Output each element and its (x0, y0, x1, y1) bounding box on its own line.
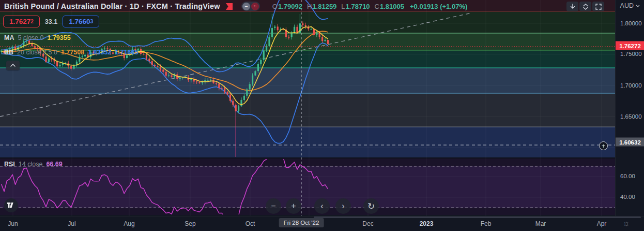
time-axis[interactable]: JunJulAugSepOctDec2023FebMarApr Fri 28 O… (0, 216, 644, 231)
open-label: O (272, 3, 278, 10)
download-button[interactable] (566, 2, 578, 11)
low-label: L (341, 3, 345, 10)
bb-name: BB (4, 49, 13, 56)
expand-vertical-icon (582, 4, 589, 10)
close-value: 1.81005 (380, 3, 404, 10)
change-value: +0.01913 (+1.07%) (410, 3, 467, 10)
quote-panel: 1.76272 33.1 1.76603 (3, 16, 99, 27)
price-zone (0, 93, 615, 127)
legend-quick-actions: − ≈ (241, 2, 260, 11)
zoom-in-button[interactable]: + (286, 198, 301, 214)
tradingview-logo-icon (7, 203, 15, 208)
current-price-badge: 1.76272 (616, 41, 644, 50)
ma-indicator-legend[interactable]: MA 5 close 0 1.79355 (4, 34, 71, 41)
currency-label: AUD (620, 2, 634, 9)
time-axis-label: Jun (8, 220, 18, 227)
scroll-right-button[interactable]: › (335, 198, 351, 214)
hide-legend-button[interactable]: − (242, 3, 250, 10)
buy-price-button[interactable]: 1.76603 (63, 16, 99, 27)
price-zone (0, 68, 615, 93)
bb-upper-value: 1.83352 (88, 49, 111, 56)
minus-icon: − (271, 201, 275, 211)
price-axis-label: 40.00 (620, 194, 635, 200)
high-value: 1.81259 (312, 3, 336, 10)
buy-price-sup: 3 (90, 19, 94, 24)
session-settings-icon[interactable]: ☼ (623, 219, 630, 227)
currency-selector[interactable]: AUD (620, 2, 640, 9)
time-axis-label: Sep (185, 220, 195, 227)
price-axis-label: 1.80000 (620, 20, 642, 26)
time-axis-label: Apr (597, 220, 607, 227)
low-value: 1.78710 (346, 3, 370, 10)
broker-logo-icon (225, 3, 233, 10)
chevron-right-icon: › (342, 201, 344, 211)
chart-canvas[interactable] (0, 0, 615, 216)
zoom-out-button[interactable]: − (266, 198, 281, 214)
time-axis-label: Oct (246, 220, 255, 227)
chart-header: British Pound / Australian Dollar · 1D ·… (4, 1, 467, 11)
rsi-band (0, 166, 615, 208)
crosshair-date-badge: Fri 28 Oct '22 (279, 218, 324, 227)
tradingview-chart-window: British Pound / Australian Dollar · 1D ·… (0, 0, 644, 231)
rsi-indicator-legend[interactable]: RSI 14 close 66.69 (4, 161, 63, 168)
time-axis-label: Feb (481, 220, 492, 227)
tradingview-logo[interactable] (4, 198, 18, 212)
ohlc-readout: O1.79092 H1.81259 L1.78710 C1.81005 +0.0… (272, 3, 467, 10)
price-axis-label: 1.70000 (620, 82, 642, 89)
ma-value: 1.79355 (47, 34, 70, 41)
price-zone (0, 127, 615, 157)
spread-value: 33.1 (45, 18, 57, 25)
close-label: C (375, 3, 379, 10)
collapse-panel-button[interactable] (6, 61, 20, 70)
arrow-down-icon (570, 4, 576, 10)
open-value: 1.79092 (278, 3, 302, 10)
symbol-title[interactable]: British Pound / Australian Dollar · 1D ·… (4, 2, 220, 10)
bb-params: 20 close 2.5 0 (17, 49, 57, 56)
high-label: H (307, 3, 312, 10)
approx-mode-button[interactable]: ≈ (251, 3, 259, 10)
reset-chart-button[interactable]: ↻ (363, 198, 379, 214)
chevron-left-icon: ‹ (320, 201, 323, 211)
price-axis[interactable]: AUD 1.800001.750001.700001.6500060.0040.… (615, 0, 644, 216)
time-axis-label: Aug (124, 220, 134, 227)
plus-icon: + (291, 201, 296, 211)
reset-icon: ↻ (367, 201, 375, 212)
time-axis-label: Mar (535, 220, 546, 227)
sell-price: 1.7627 (9, 18, 30, 25)
chevron-down-icon (636, 5, 640, 7)
price-axis-label: 1.75000 (620, 51, 642, 57)
bb-indicator-legend[interactable]: BB 20 close 2.5 0 1.77508 1.83352 1.7166… (4, 49, 138, 56)
bb-basis-value: 1.77508 (61, 49, 84, 56)
sell-price-button[interactable]: 1.76272 (3, 16, 40, 27)
fullscreen-icon (595, 4, 602, 10)
bb-lower-value: 1.71665 (115, 49, 138, 56)
alert-level-badge: 1.60632 (616, 138, 644, 147)
rsi-value: 66.69 (46, 161, 62, 168)
sell-price-sup: 2 (30, 19, 34, 24)
chevron-up-icon (10, 64, 16, 67)
time-axis-label: Jul (68, 220, 75, 227)
time-axis-label: Dec (362, 220, 373, 227)
fullscreen-button[interactable] (592, 2, 604, 11)
price-axis-label: 60.00 (620, 173, 635, 179)
expand-pane-button[interactable] (579, 2, 591, 11)
chart-scrollbar[interactable] (314, 216, 641, 218)
add-alert-plus-icon[interactable]: + (599, 141, 608, 150)
buy-price: 1.7660 (69, 18, 90, 25)
ma-params: 5 close 0 (18, 34, 43, 41)
ma-name: MA (4, 34, 14, 41)
scroll-left-button[interactable]: ‹ (314, 198, 330, 214)
rsi-name: RSI (4, 161, 15, 168)
rsi-params: 14 close (19, 161, 43, 168)
price-axis-label: 1.65000 (620, 113, 642, 120)
time-axis-label: 2023 (420, 220, 434, 227)
